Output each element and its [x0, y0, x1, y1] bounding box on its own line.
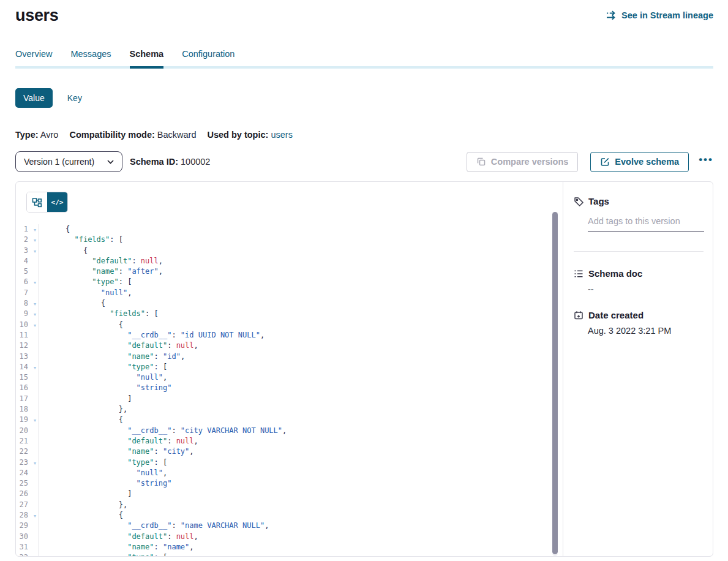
code-line: 10▾ {: [16, 320, 563, 330]
key-toggle-button[interactable]: Key: [67, 93, 82, 103]
stream-lineage-link[interactable]: See in Stream lineage: [606, 10, 713, 20]
fold-arrow-icon[interactable]: ▾: [34, 235, 36, 246]
version-select[interactable]: Version 1 (current): [15, 151, 122, 172]
code-panel: </> 1▾{2▾ "fields": [3▾ {4 "default": nu…: [16, 182, 563, 556]
stream-lineage-label: See in Stream lineage: [621, 10, 713, 20]
code-text: "__crdb__": "name VARCHAR NULL",: [39, 521, 269, 531]
code-line: 9▾ "fields": [: [16, 309, 563, 319]
code-text: ]: [39, 394, 132, 404]
code-text: "fields": [: [39, 235, 123, 245]
code-line: 1▾{: [16, 224, 563, 235]
code-line: 18 },: [16, 404, 563, 415]
code-line: 29 "__crdb__": "name VARCHAR NULL",: [16, 521, 563, 531]
add-tags-input[interactable]: [588, 216, 704, 232]
line-number: 15: [16, 372, 38, 383]
code-line: 2▾ "fields": [: [16, 235, 563, 245]
code-toolbar: </>: [16, 182, 563, 213]
date-created-heading: Date created: [574, 310, 704, 320]
used-by-topic-link[interactable]: users: [271, 130, 292, 140]
code-text: "__crdb__": "id UUID NOT NULL",: [39, 330, 265, 341]
tab-bar: Overview Messages Schema Configuration: [15, 49, 713, 69]
line-number: 4: [16, 256, 38, 266]
line-number: 16: [16, 383, 38, 393]
schema-card: </> 1▾{2▾ "fields": [3▾ {4 "default": nu…: [15, 181, 713, 557]
line-number: 29: [16, 521, 38, 531]
line-number: 26: [16, 489, 38, 499]
code-text: "default": null,: [39, 341, 198, 351]
code-lines: 1▾{2▾ "fields": [3▾ {4 "default": null,5…: [16, 224, 563, 556]
version-bar: Version 1 (current) Schema ID: 100002 Co…: [15, 151, 713, 172]
value-toggle-button[interactable]: Value: [15, 88, 53, 108]
fold-arrow-icon[interactable]: ▾: [34, 415, 36, 426]
code-text: "string": [39, 478, 171, 489]
schema-id-value: 100002: [181, 157, 210, 167]
date-created-section: Date created Aug. 3 2022 3:21 PM: [574, 310, 704, 336]
fold-arrow-icon[interactable]: ▾: [34, 363, 36, 373]
compare-versions-label: Compare versions: [491, 157, 569, 167]
code-line: 24 "null",: [16, 468, 563, 478]
topbar: users See in Stream lineage: [15, 6, 713, 25]
compare-versions-button[interactable]: Compare versions: [467, 152, 579, 172]
schema-page: users See in Stream lineage Overview Mes…: [0, 6, 728, 557]
tags-heading: Tags: [574, 196, 704, 206]
code-line: 4 "default": null,: [16, 256, 563, 266]
meta-type: Type: Avro: [15, 130, 58, 140]
code-text: "fields": [: [39, 309, 159, 319]
code-line: 27 },: [16, 500, 563, 510]
tags-title: Tags: [588, 196, 609, 206]
code-line: 7 "null",: [16, 288, 563, 298]
code-view-button[interactable]: </>: [47, 192, 67, 212]
line-number: 11: [16, 330, 38, 341]
code-scrollbar-thumb[interactable]: [552, 212, 558, 554]
evolve-schema-button[interactable]: Evolve schema: [590, 152, 689, 172]
code-text: {: [39, 320, 123, 330]
fold-arrow-icon[interactable]: ▾: [34, 553, 36, 556]
fold-arrow-icon[interactable]: ▾: [34, 458, 36, 469]
meta-type-label: Type:: [15, 130, 39, 140]
line-number: 24: [16, 468, 38, 478]
tree-view-button[interactable]: [27, 192, 47, 212]
schema-doc-value: --: [588, 284, 704, 294]
code-text: {: [39, 510, 123, 521]
more-options-button[interactable]: •••: [699, 154, 713, 170]
line-number: 7: [16, 288, 38, 298]
schema-tree-icon: [32, 197, 42, 208]
line-number: 31: [16, 542, 38, 552]
fold-arrow-icon[interactable]: ▾: [34, 320, 36, 331]
code-text: {: [39, 298, 105, 309]
code-text: "type": [: [39, 457, 167, 468]
fold-arrow-icon[interactable]: ▾: [34, 225, 36, 235]
code-line: 19▾ {: [16, 415, 563, 425]
code-line: 6▾ "type": [: [16, 277, 563, 287]
code-text: ]: [39, 489, 132, 499]
fold-arrow-icon[interactable]: ▾: [34, 277, 36, 288]
stream-lineage-icon: [606, 10, 617, 20]
code-scrollbar-track: [552, 212, 558, 556]
fold-arrow-icon[interactable]: ▾: [34, 299, 36, 309]
code-text: "default": null,: [39, 436, 198, 446]
line-number: 18: [16, 404, 38, 415]
fold-arrow-icon[interactable]: ▾: [34, 309, 36, 320]
schema-doc-title: Schema doc: [588, 268, 642, 279]
version-select-value: Version 1 (current): [24, 157, 94, 167]
code-text: "string": [39, 383, 171, 393]
evolve-schema-label: Evolve schema: [615, 157, 679, 167]
page-title: users: [15, 6, 59, 25]
tab-overview[interactable]: Overview: [15, 49, 52, 66]
line-number: 5: [16, 266, 38, 277]
tab-configuration[interactable]: Configuration: [182, 49, 235, 66]
fold-arrow-icon[interactable]: ▾: [34, 511, 36, 521]
line-number: 30: [16, 532, 38, 542]
schema-doc-heading: Schema doc: [574, 268, 704, 279]
calendar-plus-icon: [574, 311, 584, 320]
code-line: 22 "name": "city",: [16, 446, 563, 457]
code-text: "default": null,: [39, 532, 198, 542]
tab-schema[interactable]: Schema: [130, 49, 164, 66]
code-text: "__crdb__": "city VARCHAR NOT NULL",: [39, 426, 287, 436]
chevron-down-icon: [107, 160, 114, 164]
tab-messages[interactable]: Messages: [70, 49, 111, 66]
code-line: 23▾ "type": [: [16, 457, 563, 468]
code-line: 30 "default": null,: [16, 532, 563, 542]
fold-arrow-icon[interactable]: ▾: [34, 246, 36, 257]
line-number: 20: [16, 426, 38, 436]
